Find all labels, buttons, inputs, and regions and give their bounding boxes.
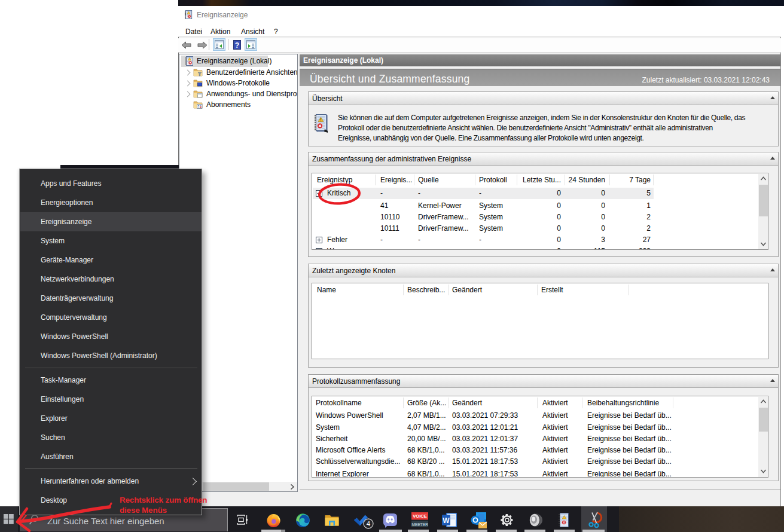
svg-text:VOICE: VOICE bbox=[413, 513, 427, 519]
svg-text:?: ? bbox=[235, 41, 239, 50]
svg-text:MEETER: MEETER bbox=[411, 522, 428, 527]
svg-text:W: W bbox=[443, 516, 450, 525]
svg-text:4: 4 bbox=[367, 520, 371, 527]
svg-text:!: ! bbox=[320, 118, 321, 122]
